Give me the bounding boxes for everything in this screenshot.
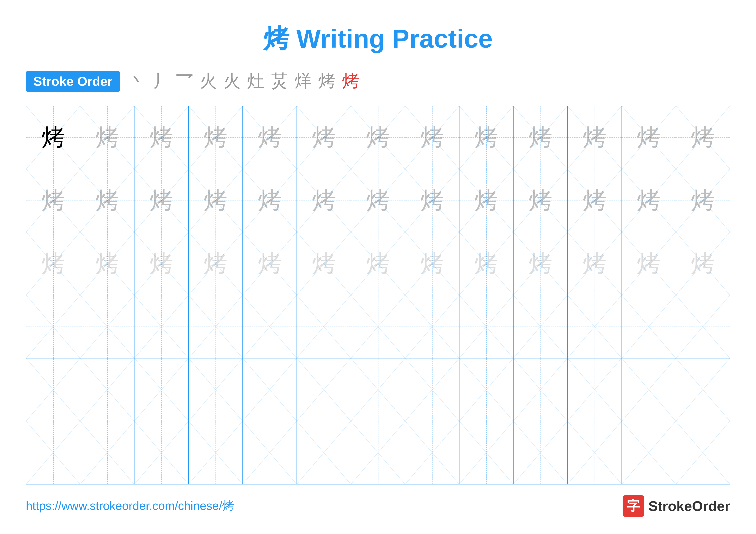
grid-cell-4-4[interactable] [243,358,297,421]
grid-cell-5-9[interactable] [514,421,568,484]
grid-cell-2-1[interactable]: 烤 [80,232,134,295]
grid-cell-1-11[interactable]: 烤 [622,169,676,232]
cell-char-0-0: 烤 [41,126,65,149]
grid-cell-0-4[interactable]: 烤 [243,106,297,169]
grid-cell-5-0[interactable] [26,421,80,484]
grid-cell-5-5[interactable] [297,421,351,484]
stroke-order-badge: Stroke Order [26,71,120,92]
grid-cell-4-5[interactable] [297,358,351,421]
cell-char-0-3: 烤 [204,126,228,149]
grid-cell-3-9[interactable] [514,295,568,358]
grid-cell-1-5[interactable]: 烤 [297,169,351,232]
grid-cell-3-7[interactable] [405,295,459,358]
grid-cell-4-7[interactable] [405,358,459,421]
grid-cell-0-1[interactable]: 烤 [80,106,134,169]
grid-row-4 [26,358,730,421]
grid-row-1: 烤烤烤烤烤烤烤烤烤烤烤烤烤 [26,169,730,232]
grid-cell-3-10[interactable] [568,295,622,358]
grid-cell-0-3[interactable]: 烤 [189,106,243,169]
grid-cell-5-3[interactable] [189,421,243,484]
grid-cell-2-0[interactable]: 烤 [26,232,80,295]
grid-cell-1-12[interactable]: 烤 [676,169,730,232]
grid-cell-5-11[interactable] [622,421,676,484]
logo-icon: 字 [623,495,644,517]
grid-cell-0-8[interactable]: 烤 [459,106,514,169]
practice-grid: 烤烤烤烤烤烤烤烤烤烤烤烤烤烤烤烤烤烤烤烤烤烤烤烤烤烤烤烤烤烤烤烤烤烤烤烤烤烤烤 [26,106,730,484]
grid-cell-3-0[interactable] [26,295,80,358]
grid-cell-0-12[interactable]: 烤 [676,106,730,169]
cell-char-0-10: 烤 [583,126,607,149]
grid-cell-0-2[interactable]: 烤 [134,106,189,169]
grid-cell-3-4[interactable] [243,295,297,358]
footer-logo: 字 StrokeOrder [623,495,730,517]
grid-cell-1-0[interactable]: 烤 [26,169,80,232]
grid-cell-3-1[interactable] [80,295,134,358]
grid-cell-1-2[interactable]: 烤 [134,169,189,232]
grid-cell-1-8[interactable]: 烤 [459,169,514,232]
cell-char-1-11: 烤 [637,189,661,213]
grid-cell-1-7[interactable]: 烤 [405,169,459,232]
cell-char-1-3: 烤 [204,189,228,213]
grid-cell-2-8[interactable]: 烤 [459,232,514,295]
grid-cell-5-2[interactable] [134,421,189,484]
grid-cell-4-2[interactable] [134,358,189,421]
grid-cell-1-9[interactable]: 烤 [514,169,568,232]
grid-cell-2-12[interactable]: 烤 [676,232,730,295]
cell-char-1-6: 烤 [366,189,390,213]
cell-char-1-7: 烤 [420,189,444,213]
grid-cell-1-3[interactable]: 烤 [189,169,243,232]
grid-cell-1-6[interactable]: 烤 [351,169,405,232]
footer: https://www.strokeorder.com/chinese/烤 字 … [26,495,730,517]
grid-cell-4-6[interactable] [351,358,405,421]
logo-text: StrokeOrder [648,498,730,514]
grid-cell-5-7[interactable] [405,421,459,484]
grid-cell-5-1[interactable] [80,421,134,484]
grid-cell-2-6[interactable]: 烤 [351,232,405,295]
grid-cell-4-3[interactable] [189,358,243,421]
grid-cell-0-6[interactable]: 烤 [351,106,405,169]
grid-cell-4-0[interactable] [26,358,80,421]
grid-cell-5-8[interactable] [459,421,514,484]
grid-cell-2-2[interactable]: 烤 [134,232,189,295]
grid-cell-3-5[interactable] [297,295,351,358]
grid-cell-2-9[interactable]: 烤 [514,232,568,295]
grid-cell-3-2[interactable] [134,295,189,358]
grid-cell-0-5[interactable]: 烤 [297,106,351,169]
grid-cell-2-7[interactable]: 烤 [405,232,459,295]
grid-cell-1-10[interactable]: 烤 [568,169,622,232]
grid-cell-3-11[interactable] [622,295,676,358]
grid-cell-5-6[interactable] [351,421,405,484]
grid-cell-5-4[interactable] [243,421,297,484]
grid-cell-1-1[interactable]: 烤 [80,169,134,232]
grid-cell-5-12[interactable] [676,421,730,484]
grid-cell-3-8[interactable] [459,295,514,358]
cell-char-2-10: 烤 [583,252,607,275]
footer-url: https://www.strokeorder.com/chinese/烤 [26,498,234,514]
grid-cell-4-9[interactable] [514,358,568,421]
grid-cell-2-11[interactable]: 烤 [622,232,676,295]
grid-cell-1-4[interactable]: 烤 [243,169,297,232]
grid-cell-0-7[interactable]: 烤 [405,106,459,169]
cell-char-1-5: 烤 [312,189,336,213]
cell-char-2-1: 烤 [95,252,119,275]
grid-cell-0-10[interactable]: 烤 [568,106,622,169]
grid-cell-5-10[interactable] [568,421,622,484]
grid-cell-0-0[interactable]: 烤 [26,106,80,169]
grid-cell-3-6[interactable] [351,295,405,358]
grid-cell-0-9[interactable]: 烤 [514,106,568,169]
grid-cell-4-1[interactable] [80,358,134,421]
stroke-step-5: 灶 [247,69,264,93]
grid-cell-2-10[interactable]: 烤 [568,232,622,295]
grid-cell-4-12[interactable] [676,358,730,421]
grid-cell-4-8[interactable] [459,358,514,421]
grid-cell-0-11[interactable]: 烤 [622,106,676,169]
grid-cell-4-10[interactable] [568,358,622,421]
cell-char-0-5: 烤 [312,126,336,149]
grid-cell-2-3[interactable]: 烤 [189,232,243,295]
stroke-step-6: 炗 [271,69,288,93]
grid-cell-2-4[interactable]: 烤 [243,232,297,295]
grid-cell-2-5[interactable]: 烤 [297,232,351,295]
grid-cell-3-12[interactable] [676,295,730,358]
grid-cell-4-11[interactable] [622,358,676,421]
grid-cell-3-3[interactable] [189,295,243,358]
